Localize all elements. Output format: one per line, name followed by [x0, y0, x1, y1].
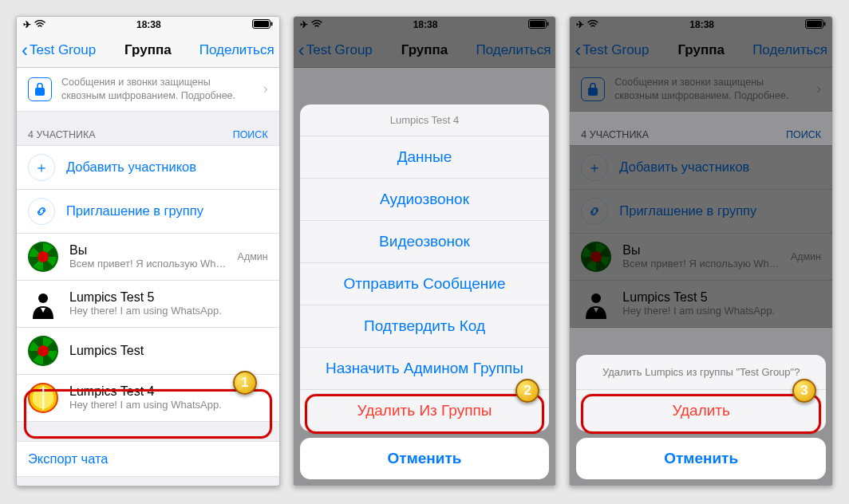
sheet-item-remove-from-group[interactable]: Удалить Из Группы [300, 390, 550, 431]
confirm-sheet: Удалить Lumpics из группы "Test Group"? … [576, 355, 826, 431]
svg-rect-1 [254, 21, 269, 27]
participants-header: 4 УЧАСТНИКА ПОИСК [17, 112, 279, 145]
add-participants-label: Добавить участников [66, 159, 196, 175]
member-row[interactable]: Lumpics Test 5 Hey there! I am using Wha… [17, 281, 279, 328]
member-status: Hey there! I am using WhatsApp. [69, 305, 268, 317]
participants-search-link[interactable]: ПОИСК [233, 129, 268, 140]
member-name: Lumpics Test [69, 344, 268, 358]
avatar [28, 289, 58, 319]
lock-icon [28, 77, 52, 101]
sheet-item-video-call[interactable]: Видеозвонок [300, 221, 550, 263]
sheet-title: Lumpics Test 4 [300, 104, 550, 136]
step-badge-3: 3 [792, 379, 816, 403]
export-chat-row[interactable]: Экспорт чата [17, 441, 279, 477]
add-participants-row[interactable]: ＋ Добавить участников [17, 146, 279, 190]
invite-link-label: Приглашение в группу [66, 203, 203, 219]
member-status: Всем привет! Я использую Wh… [69, 258, 227, 270]
avatar [28, 242, 58, 272]
invite-link-row[interactable]: Приглашение в группу [17, 190, 279, 234]
nav-bar: ‹ Test Group Группа Поделиться [17, 33, 279, 68]
member-status: Hey there! I am using WhatsApp. [69, 399, 268, 411]
nav-share-button[interactable]: Поделиться [199, 42, 274, 58]
airplane-icon: ✈ [23, 19, 31, 30]
action-sheet-backdrop[interactable]: Lumpics Test 4 Данные Аудиозвонок Видеоз… [294, 17, 556, 486]
encryption-text: Сообщения и звонки защищены сквозным шиф… [61, 76, 254, 103]
sheet-item-send-message[interactable]: Отправить Сообщение [300, 263, 550, 305]
nav-back-label: Test Group [30, 42, 96, 58]
phone-screenshot-2: ✈ 18:38 ‹ Test Group Группа Поделиться L… [293, 16, 557, 486]
action-sheet: Lumpics Test 4 Данные Аудиозвонок Видеоз… [300, 104, 550, 431]
sheet-item-make-admin[interactable]: Назначить Админом Группы [300, 348, 550, 390]
step-badge-1: 1 [233, 371, 257, 395]
avatar [28, 336, 58, 366]
phone-screenshot-1: ✈ 18:38 ‹ Test Group Группа Поделиться С… [16, 16, 280, 486]
chevron-right-icon: › [263, 81, 268, 97]
avatar [28, 383, 58, 413]
sheet-item-audio-call[interactable]: Аудиозвонок [300, 179, 550, 221]
content-area: Сообщения и звонки защищены сквозным шиф… [17, 68, 279, 486]
nav-back-button[interactable]: ‹ Test Group [22, 39, 96, 61]
sheet-item-data[interactable]: Данные [300, 136, 550, 179]
member-name: Lumpics Test 5 [69, 290, 268, 305]
svg-point-5 [38, 293, 48, 303]
member-row[interactable]: Lumpics Test [17, 328, 279, 375]
encryption-row[interactable]: Сообщения и звонки защищены сквозным шиф… [17, 68, 279, 112]
chevron-left-icon: ‹ [22, 39, 28, 61]
wifi-icon [34, 19, 45, 30]
action-sheet-backdrop[interactable]: Удалить Lumpics из группы "Test Group"? … [570, 17, 832, 486]
participants-count: 4 УЧАСТНИКА [28, 129, 96, 140]
member-name: Вы [69, 243, 227, 258]
battery-icon [252, 19, 273, 31]
export-chat-label: Экспорт чата [28, 451, 109, 466]
admin-badge: Админ [238, 251, 268, 262]
plus-icon: ＋ [28, 154, 55, 181]
phone-screenshot-3: ✈ 18:38 ‹ Test Group Группа Поделиться С… [569, 16, 833, 486]
sheet-cancel-button[interactable]: Отменить [300, 438, 550, 479]
member-row-you[interactable]: Вы Всем привет! Я использую Wh… Админ [17, 234, 279, 281]
svg-rect-3 [35, 88, 45, 96]
status-time: 18:38 [136, 19, 161, 30]
confirm-delete-button[interactable]: Удалить [576, 390, 826, 431]
link-icon [28, 198, 55, 225]
status-bar: ✈ 18:38 [17, 17, 279, 33]
svg-rect-2 [270, 22, 272, 26]
confirm-sheet-title: Удалить Lumpics из группы "Test Group"? [576, 355, 826, 390]
sheet-item-verify-code[interactable]: Подтвердить Код [300, 305, 550, 348]
sheet-cancel-button[interactable]: Отменить [576, 438, 826, 479]
